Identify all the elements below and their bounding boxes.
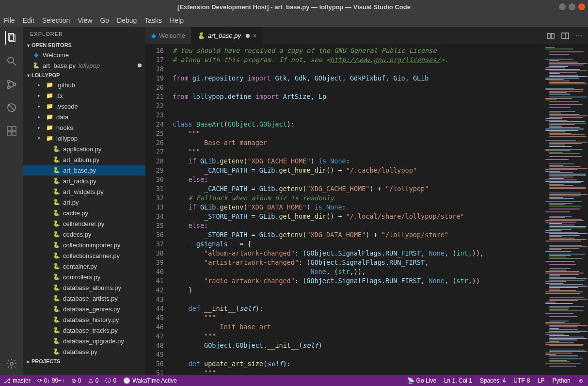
py-icon: 🐍 [52,177,60,185]
extensions-icon[interactable] [5,124,18,138]
svg-point-6 [14,83,16,86]
cursor-position[interactable]: Ln 1, Col 1 [444,377,472,384]
py-icon: 🐍 [52,273,60,281]
svg-rect-11 [7,131,11,135]
encoding[interactable]: UTF-8 [513,377,530,384]
tree-item-collectionimporter-py[interactable]: 🐍collectionimporter.py [23,240,145,250]
tree-item-hooks[interactable]: ▸📁hooks [23,122,145,133]
python-icon: 🐍 [197,32,205,39]
scm-icon[interactable] [5,78,18,91]
py-icon: 🐍 [52,294,60,302]
tree-item-art-widgets-py[interactable]: 🐍art_widgets.py [23,186,145,197]
workspace-header[interactable]: ▾LOLLYPOP [23,71,145,80]
git-sync[interactable]: ⟳ 0↓ 99+↑ [37,377,64,384]
tree-item-container-py[interactable]: 🐍container.py [23,261,145,272]
errors-count[interactable]: ⊘ 0 [71,377,81,384]
explorer-icon[interactable] [5,31,18,45]
modified-indicator [138,64,142,67]
indent-setting[interactable]: Spaces: 4 [480,377,506,384]
tree-item-database-tracks-py[interactable]: 🐍database_tracks.py [23,325,145,336]
statusbar: ⎇ master ⟳ 0↓ 99+↑ ⊘ 0 ⚠ 0 ⓘ 0 🕐 WakaTim… [0,375,588,386]
tab-welcome[interactable]: ◆ Welcome [145,27,191,44]
tree-item-data[interactable]: ▸📁data [23,112,145,122]
folder-icon: 📁 [46,113,53,121]
tree-item-codecs-py[interactable]: 🐍codecs.py [23,229,145,240]
tree-item-database-artists-py[interactable]: 🐍database_artists.py [23,293,145,304]
menu-view[interactable]: View [78,16,92,24]
maximize-icon[interactable] [569,3,575,10]
go-live[interactable]: 📡 Go Live [407,377,436,384]
tree-item-cellrenderer-py[interactable]: 🐍cellrenderer.py [23,218,145,229]
debug-icon[interactable] [5,101,18,114]
tree-item-collectionscanner-py[interactable]: 🐍collectionscanner.py [23,250,145,261]
tree-item--vscode[interactable]: ▸📁.vscode [23,101,145,112]
sidebar-title: EXPLORER [23,27,145,41]
editor[interactable]: 1617181920212223242526272829303132333435… [145,44,588,375]
tree-item--tx[interactable]: ▸📁.tx [23,90,145,101]
wakatime-status[interactable]: 🕐 WakaTime Active [123,377,177,384]
titlebar: [Extension Development Host] - art_base.… [0,0,588,14]
tree-item--github[interactable]: ▸📁.github [23,80,145,90]
py-icon: 🐍 [52,348,60,355]
tree-item-art-py[interactable]: 🐍art.py [23,197,145,208]
menubar: File Edit Selection View Go Debug Tasks … [0,14,588,27]
open-editor-item[interactable]: 🐍art_base.py lollypop [23,60,145,71]
close-icon[interactable] [578,3,585,10]
port-status[interactable]: ⓘ 0 [105,377,116,385]
tree-item-database-history-py[interactable]: 🐍database_history.py [23,314,145,325]
search-icon[interactable] [5,54,18,68]
eol[interactable]: LF [538,377,544,384]
warnings-count[interactable]: ⚠ 0 [88,377,99,384]
py-icon: 🐍 [52,209,60,217]
menu-file[interactable]: File [4,16,15,24]
folder-icon: 📁 [46,92,53,99]
tree-item-database-upgrade-py[interactable]: 🐍database_upgrade.py [23,336,145,346]
projects-header[interactable]: ▸PROJECTS [23,357,145,366]
split-editor-icon[interactable] [561,32,569,40]
menu-edit[interactable]: Edit [23,16,34,24]
tree-item-application-py[interactable]: 🐍application.py [23,144,145,154]
close-tab-icon[interactable]: × [253,32,256,40]
feedback-icon[interactable]: ☺ [578,377,584,384]
git-branch[interactable]: ⎇ master [4,377,31,384]
window-controls [559,3,585,10]
py-icon: 🐍 [52,284,60,291]
minimize-icon[interactable] [559,3,566,10]
svg-rect-15 [551,33,554,38]
tree-item-database-genres-py[interactable]: 🐍database_genres.py [23,304,145,314]
py-icon: 🐍 [52,305,60,313]
py-icon: 🐍 [52,156,60,163]
tree-item-cache-py[interactable]: 🐍cache.py [23,208,145,218]
sidebar: EXPLORER ▾OPEN EDITORS ◆Welcome🐍art_base… [23,27,145,375]
tree-item-lollypop[interactable]: ▾📁lollypop [23,133,145,144]
tree-item-database-py[interactable]: 🐍database.py [23,346,145,357]
py-icon: 🐍 [52,326,60,334]
open-editor-item[interactable]: ◆Welcome [23,49,145,60]
more-icon[interactable]: ⋯ [576,32,582,39]
split-compare-icon[interactable] [547,32,555,40]
open-editors-header[interactable]: ▾OPEN EDITORS [23,41,145,49]
svg-point-4 [8,80,10,83]
window-title: [Extension Development Host] - art_base.… [177,3,411,11]
code-content[interactable]: # You should have received a copy of the… [173,44,541,375]
tree-item-art-base-py[interactable]: 🐍art_base.py [23,165,145,176]
svg-rect-14 [547,33,550,38]
py-icon: 🐍 [52,198,60,206]
menu-debug[interactable]: Debug [117,16,137,24]
menu-go[interactable]: Go [100,16,109,24]
tree-item-database-albums-py[interactable]: 🐍database_albums.py [23,282,145,293]
svg-rect-10 [12,127,16,130]
modified-indicator [246,34,250,38]
menu-selection[interactable]: Selection [42,16,70,24]
folder-icon: 📁 [46,124,53,131]
language-mode[interactable]: Python [552,377,570,384]
svg-rect-1 [10,35,15,42]
tree-item-art-radio-py[interactable]: 🐍art_radio.py [23,176,145,186]
menu-help[interactable]: Help [170,16,184,24]
tree-item-controllers-py[interactable]: 🐍controllers.py [23,272,145,282]
menu-tasks[interactable]: Tasks [144,16,162,24]
settings-icon[interactable] [5,357,18,370]
minimap[interactable] [541,44,588,375]
tab-art-base[interactable]: 🐍 art_base.py × [191,27,263,44]
tree-item-art-album-py[interactable]: 🐍art_album.py [23,154,145,165]
